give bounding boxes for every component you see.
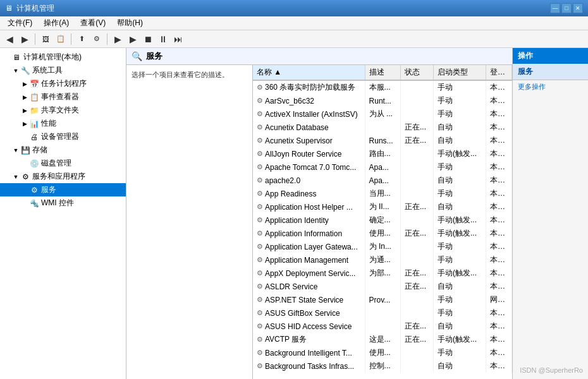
tree-label-event-viewer: 事件查看器 [41, 92, 79, 102]
table-row[interactable]: ⚙Application Management为通...手动本… [253, 253, 512, 267]
tree-item-system-tools[interactable]: ▼🔧系统工具 [0, 64, 126, 77]
service-row-icon: ⚙ [257, 243, 263, 251]
tree-item-storage[interactable]: ▼💾存储 [0, 143, 126, 157]
tree-expand-root[interactable] [3, 53, 11, 62]
service-name-cell: ⚙App Readiness [253, 187, 365, 200]
service-name-cell: ⚙Application Layer Gatewa... [253, 240, 365, 253]
minimize-button[interactable]: — [550, 3, 560, 13]
title-bar-left: 🖥 计算机管理 [5, 3, 54, 14]
menu-help[interactable]: 帮助(H) [112, 16, 148, 30]
tree-item-root[interactable]: 🖥计算机管理(本地) [0, 51, 126, 64]
tree-item-disk-manager[interactable]: 💿磁盘管理 [0, 157, 126, 170]
app-icon: 🖥 [5, 4, 13, 13]
tree-expand-system-tools[interactable]: ▼ [11, 66, 20, 75]
services-body: 选择一个项目来查看它的描述。 名称 ▲ 描述 状态 启动类型 登… [126, 65, 512, 379]
table-row[interactable]: ⚙Application Layer Gatewa...为 In...手动本… [253, 240, 512, 253]
tree-item-event-viewer[interactable]: ▶📋事件查看器 [0, 90, 126, 104]
service-status: 正在... [401, 320, 434, 333]
service-name-cell: ⚙apache2.0 [253, 174, 365, 187]
close-button[interactable]: ✕ [573, 3, 583, 13]
tree-expand-device-manager[interactable] [20, 133, 29, 141]
tree-icon-event-viewer: 📋 [29, 92, 39, 102]
more-actions-link[interactable]: 更多操作 [513, 80, 588, 93]
table-row[interactable]: ⚙Apache Tomcat 7.0 Tomc...Apa...手动本… [253, 160, 512, 174]
tree-item-wmi[interactable]: 🔩WMI 控件 [0, 196, 126, 210]
col-description[interactable]: 描述 [365, 65, 400, 80]
tree-icon-storage: 💾 [20, 145, 30, 155]
table-row[interactable]: ⚙AarSvc_b6c32Runt...手动本… [253, 94, 512, 107]
table-row[interactable]: ⚙apache2.0Apa...自动本… [253, 174, 512, 187]
tree-expand-task-scheduler[interactable]: ▶ [20, 80, 29, 88]
table-row[interactable]: ⚙ActiveX Installer (AxInstSV)为从 ...手动本… [253, 107, 512, 121]
table-row[interactable]: ⚙Background Tasks Infras...控制...自动本… [253, 359, 512, 373]
table-row[interactable]: ⚙App Readiness当用...手动本… [253, 187, 512, 200]
tree-expand-services-apps[interactable]: ▼ [11, 172, 20, 181]
service-description: 为 In... [365, 240, 400, 253]
service-status [401, 147, 434, 160]
table-row[interactable]: ⚙AppX Deployment Servic...为部...正在...手动(触… [253, 267, 512, 280]
service-start-type: 手动 [434, 187, 486, 200]
back-button[interactable]: ◀ [3, 32, 16, 46]
service-name-text: ASLDR Service [265, 282, 317, 291]
tree-expand-services[interactable] [20, 186, 29, 195]
table-row[interactable]: ⚙ASUS GiftBox Service手动本… [253, 306, 512, 320]
stop-button[interactable]: ⏹ [141, 32, 155, 46]
show-hide-button[interactable]: 🖼 [39, 32, 52, 46]
table-row[interactable]: ⚙ASLDR Service正在...自动本… [253, 280, 512, 293]
tree-expand-performance[interactable]: ▶ [20, 119, 29, 128]
tree-item-services-apps[interactable]: ▼⚙服务和应用程序 [0, 170, 126, 183]
service-logon: 本… [486, 200, 512, 214]
table-row[interactable]: ⚙AVCTP 服务这是...正在...手动(触发...本… [253, 333, 512, 346]
service-name-cell: ⚙ASUS HID Access Sevice [253, 320, 365, 333]
col-logon[interactable]: 登… [486, 65, 512, 80]
table-row[interactable]: ⚙ASUS HID Access Sevice正在...自动本… [253, 320, 512, 333]
tree-expand-event-viewer[interactable]: ▶ [20, 93, 29, 102]
services-tbody: ⚙360 杀毒实时防护加载服务本服...手动本…⚙AarSvc_b6c32Run… [253, 80, 512, 373]
tree-item-task-scheduler[interactable]: ▶📅任务计划程序 [0, 77, 126, 90]
col-status[interactable]: 状态 [401, 65, 434, 80]
service-description: 为通... [365, 253, 400, 267]
tree-expand-storage[interactable]: ▼ [11, 146, 20, 155]
tree-expand-shared-folders[interactable]: ▶ [20, 106, 29, 115]
col-starttype[interactable]: 启动类型 [434, 65, 486, 80]
service-name-text: Application Host Helper ... [265, 203, 353, 212]
up-button[interactable]: ⬆ [75, 32, 89, 46]
tree-expand-disk-manager[interactable] [20, 159, 29, 168]
table-row[interactable]: ⚙Acunetix SupervisorRuns...正在...自动本… [253, 134, 512, 147]
table-row[interactable]: ⚙Application Identity确定...手动(触发...本… [253, 214, 512, 227]
restart-button[interactable]: ⏭ [171, 32, 185, 46]
menu-view[interactable]: 查看(V) [75, 16, 111, 30]
maximize-button[interactable]: □ [561, 3, 572, 13]
table-row[interactable]: ⚙Background Intelligent T...使用...手动本… [253, 346, 512, 359]
table-row[interactable]: ⚙360 杀毒实时防护加载服务本服...手动本… [253, 80, 512, 94]
play-button[interactable]: ▶ [111, 32, 125, 46]
tree-item-performance[interactable]: ▶📊性能 [0, 117, 126, 130]
service-status [401, 187, 434, 200]
table-header: 名称 ▲ 描述 状态 启动类型 登… [253, 65, 512, 80]
service-logon: 本… [486, 121, 512, 134]
service-name-cell: ⚙Application Identity [253, 214, 365, 227]
services-list-pane[interactable]: 名称 ▲ 描述 状态 启动类型 登… ⚙360 杀毒实时防护加载服务本服...手… [253, 65, 512, 379]
menu-file[interactable]: 文件(F) [3, 16, 37, 30]
tree-item-device-manager[interactable]: 🖨设备管理器 [0, 130, 126, 143]
col-name[interactable]: 名称 ▲ [253, 65, 365, 80]
menu-action[interactable]: 操作(A) [39, 16, 74, 30]
table-row[interactable]: ⚙AllJoyn Router Service路由...手动(触发...本… [253, 147, 512, 160]
table-row[interactable]: ⚙ASP.NET State ServiceProv...手动网… [253, 293, 512, 306]
play2-button[interactable]: ▶ [126, 32, 140, 46]
table-row[interactable]: ⚙Acunetix Database正在...自动本… [253, 121, 512, 134]
service-start-type: 手动 [434, 94, 486, 107]
properties-button[interactable]: ⚙ [90, 32, 104, 46]
service-name-text: ASUS GiftBox Service [265, 309, 340, 318]
tree-item-shared-folders[interactable]: ▶📁共享文件夹 [0, 104, 126, 117]
service-description [365, 306, 400, 320]
tree-expand-wmi[interactable] [20, 199, 29, 208]
tree-item-services[interactable]: ⚙服务 [0, 183, 126, 196]
table-row[interactable]: ⚙Application Information使用...正在...手动(触发.… [253, 227, 512, 240]
table-row[interactable]: ⚙Application Host Helper ...为 II...正在...… [253, 200, 512, 214]
forward-button[interactable]: ▶ [18, 32, 32, 46]
service-start-type: 自动 [434, 280, 486, 293]
tree-button[interactable]: 📋 [54, 32, 68, 46]
pause-button[interactable]: ⏸ [156, 32, 170, 46]
tree-icon-services: ⚙ [29, 185, 39, 195]
